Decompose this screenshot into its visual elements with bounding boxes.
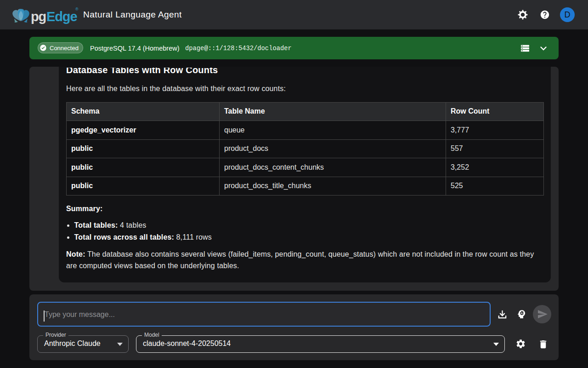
svg-text:Edge: Edge	[46, 9, 77, 24]
svg-text:pg: pg	[31, 9, 46, 24]
svg-text:®: ®	[75, 7, 79, 12]
